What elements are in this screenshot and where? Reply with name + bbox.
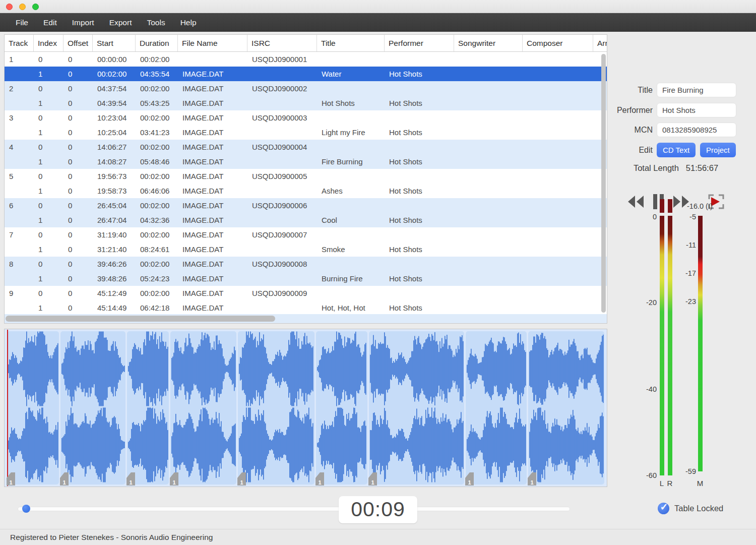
column-header-songwriter[interactable]: Songwriter	[454, 35, 523, 51]
menu-item-help[interactable]: Help	[173, 13, 204, 32]
cell: 00:02:00	[136, 257, 178, 271]
waveform-canvas[interactable]	[5, 329, 607, 487]
cell: 2	[5, 81, 34, 96]
cell: 0	[34, 198, 64, 213]
cell: Hot Shots	[385, 154, 454, 169]
playhead-cursor[interactable]	[7, 330, 8, 486]
column-header-composer[interactable]: Composer	[523, 35, 593, 51]
table-row-15[interactable]: 80039:46:2600:02:00IMAGE.DATUSQDJ0900008	[5, 257, 607, 271]
cell: 1	[34, 242, 64, 257]
table-row-9[interactable]: 50019:56:7300:02:00IMAGE.DATUSQDJ0900005	[5, 169, 607, 184]
cell: USQDJ0900007	[247, 227, 317, 242]
table-row-7[interactable]: 40014:06:2700:02:00IMAGE.DATUSQDJ0900004	[5, 140, 607, 154]
side-panel: Title Performer MCN Edit CD Text Project…	[607, 34, 756, 545]
cell: IMAGE.DAT	[178, 67, 247, 81]
table-row-10[interactable]: 1019:58:7306:46:06IMAGE.DATAshesHot Shot…	[5, 184, 607, 198]
cell: USQDJ0900006	[247, 198, 317, 213]
table-row-11[interactable]: 60026:45:0400:02:00IMAGE.DATUSQDJ0900006	[5, 198, 607, 213]
column-header-performer[interactable]: Performer	[385, 35, 454, 51]
cell: 0	[64, 140, 93, 154]
cell: 31:21:40	[93, 242, 136, 257]
table-row-2[interactable]: 1000:02:0004:35:54IMAGE.DATWaterHot Shot…	[5, 67, 607, 81]
cell: USQDJ0900009	[247, 286, 317, 300]
table-row-8[interactable]: 1014:08:2705:48:46IMAGE.DATFire BurningH…	[5, 154, 607, 169]
cell	[454, 271, 523, 286]
table-row-6[interactable]: 1010:25:0403:41:23IMAGE.DATLight my Fire…	[5, 125, 607, 140]
column-header-arr[interactable]: Arr	[593, 35, 607, 51]
minimize-window-icon[interactable]	[19, 4, 26, 10]
m-scale-tick: -11	[676, 241, 696, 249]
cell: IMAGE.DAT	[178, 286, 247, 300]
table-row-16[interactable]: 1039:48:2605:24:23IMAGE.DATBurning FireH…	[5, 271, 607, 286]
menu-item-import[interactable]: Import	[65, 13, 102, 32]
cell	[454, 213, 523, 227]
table-row-5[interactable]: 30010:23:0400:02:00IMAGE.DATUSQDJ0900003	[5, 110, 607, 125]
cell	[385, 81, 454, 96]
menu-item-export[interactable]: Export	[102, 13, 140, 32]
table-row-14[interactable]: 1031:21:4008:24:61IMAGE.DATSmokeHot Shot…	[5, 242, 607, 257]
zoom-window-icon[interactable]	[32, 4, 39, 10]
column-header-title[interactable]: Title	[317, 35, 385, 51]
m-scale-tick: -17	[676, 269, 696, 277]
position-slider[interactable]	[18, 507, 570, 511]
cell: 05:48:46	[136, 154, 178, 169]
column-header-start[interactable]: Start	[93, 35, 136, 51]
waveform-overview[interactable]: 111111111	[4, 329, 607, 487]
cell	[5, 96, 34, 110]
cell: 14:08:27	[93, 154, 136, 169]
cell	[454, 286, 523, 300]
cell	[5, 271, 34, 286]
cell: 0	[34, 257, 64, 271]
table-locked-checkbox[interactable]: ✓	[658, 503, 669, 514]
cell	[178, 52, 247, 67]
column-header-track[interactable]: Track	[5, 35, 34, 51]
column-header-index[interactable]: Index	[34, 35, 64, 51]
column-header-offset[interactable]: Offset	[64, 35, 93, 51]
cell	[523, 286, 593, 300]
close-window-icon[interactable]	[6, 4, 13, 10]
cell: 1	[34, 300, 64, 315]
table-row-12[interactable]: 1026:47:0404:32:36IMAGE.DATCoolHot Shots	[5, 213, 607, 227]
cell: 05:43:25	[136, 96, 178, 110]
table-row-4[interactable]: 1004:39:5405:43:25IMAGE.DATHot ShotsHot …	[5, 96, 607, 110]
table-row-13[interactable]: 70031:19:4000:02:00IMAGE.DATUSQDJ0900007	[5, 227, 607, 242]
cell: 08:24:61	[136, 242, 178, 257]
cell: Hot Shots	[385, 184, 454, 198]
column-header-file-name[interactable]: File Name	[178, 35, 247, 51]
horizontal-scrollbar[interactable]	[5, 314, 607, 323]
cell	[385, 52, 454, 67]
cell	[523, 52, 593, 67]
cell	[317, 169, 385, 184]
cell	[5, 213, 34, 227]
table-row-18[interactable]: 1045:14:4906:42:18IMAGE.DATHot, Hot, Hot…	[5, 300, 607, 315]
horizontal-scrollbar-thumb[interactable]	[6, 316, 275, 322]
cell	[523, 125, 593, 140]
cell	[523, 169, 593, 184]
cell	[454, 67, 523, 81]
cell	[523, 198, 593, 213]
window-title-bar[interactable]	[0, 0, 756, 13]
lr-scale-tick: -40	[637, 385, 657, 393]
cell	[523, 96, 593, 110]
cell	[454, 125, 523, 140]
meter-channel-label-r: R	[667, 479, 673, 488]
m-scale-tick: -23	[676, 297, 696, 306]
cell: 1	[34, 96, 64, 110]
menu-item-edit[interactable]: Edit	[36, 13, 65, 32]
table-row-3[interactable]: 20004:37:5400:02:00IMAGE.DATUSQDJ0900002	[5, 81, 607, 96]
vertical-scrollbar-thumb[interactable]	[601, 54, 606, 313]
table-row-1[interactable]: 10000:00:0000:02:00USQDJ0900001	[5, 52, 607, 67]
position-slider-thumb[interactable]	[22, 505, 30, 513]
cell: Water	[317, 67, 385, 81]
table-row-17[interactable]: 90045:12:4900:02:00IMAGE.DATUSQDJ0900009	[5, 286, 607, 300]
menu-item-tools[interactable]: Tools	[139, 13, 172, 32]
cell	[317, 286, 385, 300]
track-table: TrackIndexOffsetStartDurationFile NameIS…	[4, 34, 607, 324]
column-header-duration[interactable]: Duration	[136, 35, 178, 51]
cell	[454, 110, 523, 125]
cell: 0	[64, 169, 93, 184]
menu-item-file[interactable]: File	[8, 13, 36, 32]
table-locked-label: Table Locked	[674, 504, 723, 513]
column-header-isrc[interactable]: ISRC	[247, 35, 317, 51]
peak-cap-left	[660, 199, 664, 213]
